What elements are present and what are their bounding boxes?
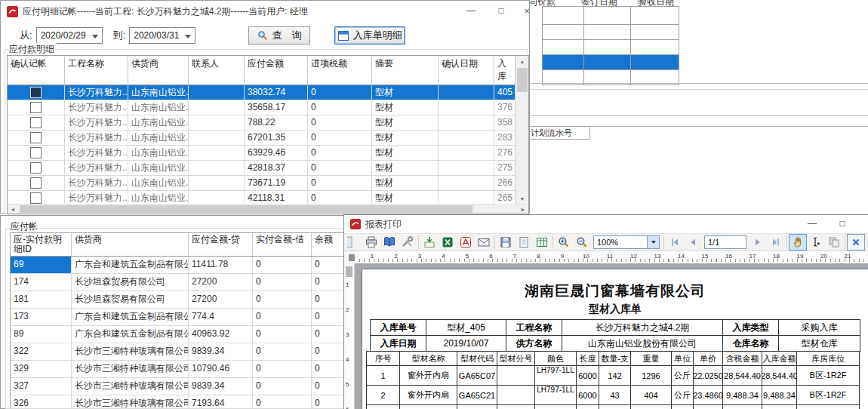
confirm-checkbox[interactable] bbox=[30, 87, 42, 98]
mail-icon[interactable] bbox=[475, 234, 493, 251]
confirm-checkbox[interactable] bbox=[30, 192, 42, 204]
ruler-number: 12 bbox=[626, 253, 642, 260]
table-cell bbox=[189, 85, 245, 100]
horizontal-scrollbar[interactable]: ◄ ► bbox=[8, 204, 528, 214]
printer-icon[interactable] bbox=[362, 234, 380, 251]
table-cell: 40963.92 bbox=[189, 326, 253, 343]
confirm-checkbox[interactable] bbox=[30, 147, 42, 158]
column-header[interactable]: 入库 bbox=[494, 56, 516, 85]
hand-tool-icon[interactable] bbox=[789, 234, 807, 251]
column-header[interactable]: 应付金额 bbox=[245, 56, 308, 85]
win1-titlebar[interactable]: 应付明细记帐------当前工程: 长沙万科魅力之城4.2期------当前用户… bbox=[1, 1, 529, 22]
chevron-down-icon[interactable] bbox=[647, 236, 659, 248]
table-cell: 774.4 bbox=[189, 309, 253, 325]
confirm-checkbox[interactable] bbox=[30, 132, 42, 143]
book-icon[interactable] bbox=[380, 234, 399, 251]
toolbar-separator bbox=[845, 235, 845, 249]
save-icon[interactable] bbox=[497, 234, 515, 251]
scroll-up-icon[interactable]: ▲ bbox=[516, 56, 528, 67]
export-icon[interactable] bbox=[420, 234, 439, 251]
zoom-in-icon[interactable] bbox=[555, 234, 573, 251]
detail-cell: GA65C07 bbox=[457, 366, 497, 385]
column-header[interactable]: 联系人 bbox=[189, 56, 245, 85]
table-cell bbox=[439, 176, 494, 190]
minimize-icon[interactable]: — bbox=[801, 215, 823, 232]
scrollbar-thumb[interactable] bbox=[20, 205, 472, 213]
column-header[interactable]: 应-实付款明细ID bbox=[11, 233, 72, 256]
column-header[interactable]: 供货商 bbox=[72, 233, 189, 256]
column-header[interactable]: 摘要 bbox=[372, 56, 439, 85]
close-icon[interactable]: × bbox=[860, 215, 868, 232]
table-row[interactable]: 长沙万科魅力...山东南山铝业...38032.740型材405 bbox=[8, 85, 528, 100]
table-cell: 283 bbox=[494, 131, 516, 145]
column-header[interactable]: 工程名称 bbox=[65, 56, 128, 85]
column-header[interactable]: 进项税额 bbox=[308, 56, 372, 85]
table-cell: 山东南山铝业... bbox=[128, 85, 189, 100]
detail-header-cell: 重量 bbox=[631, 352, 672, 365]
close-icon[interactable]: × bbox=[516, 1, 538, 20]
table-cell: 长沙市三湘特种玻璃有限公司 bbox=[72, 378, 189, 395]
table-row[interactable]: 长沙万科魅力...山东南山铝业...67201.350型材283 bbox=[8, 131, 528, 146]
ruler-number: 3 bbox=[346, 331, 349, 338]
table-cell bbox=[8, 131, 65, 145]
detail-row bbox=[367, 405, 859, 409]
table-cell: 山东南山铝业... bbox=[128, 131, 189, 145]
scroll-right-icon[interactable]: ► bbox=[518, 204, 528, 214]
horizontal-ruler: 123456789101112131415161718192021 bbox=[344, 252, 868, 264]
table-row[interactable]: 长沙万科魅力...山东南山铝业...73671.190型材266 bbox=[8, 176, 528, 191]
document-icon[interactable] bbox=[515, 234, 533, 251]
detail-cell: 2 bbox=[367, 386, 400, 404]
confirm-checkbox[interactable] bbox=[30, 177, 42, 189]
excel-icon[interactable] bbox=[439, 234, 457, 251]
tools-icon[interactable] bbox=[399, 234, 417, 251]
table-cell: 长沙万科魅力... bbox=[65, 100, 128, 115]
zoom-out-icon[interactable] bbox=[573, 234, 591, 251]
pdf-icon[interactable] bbox=[457, 234, 475, 251]
report-titlebar[interactable]: 报表打印 — □ × bbox=[344, 215, 868, 233]
from-date-picker[interactable]: 2020/02/29 bbox=[36, 27, 103, 44]
confirm-checkbox[interactable] bbox=[30, 162, 42, 174]
prev-page-icon[interactable] bbox=[684, 234, 702, 251]
table-cell: 0 bbox=[253, 326, 312, 343]
table-row[interactable]: 长沙万科魅力...山东南山铝业...63929.460型材276 bbox=[8, 146, 528, 161]
confirm-checkbox[interactable] bbox=[30, 117, 42, 128]
vertical-scrollbar[interactable]: ▲ ▼ bbox=[516, 56, 528, 204]
confirm-checkbox[interactable] bbox=[30, 102, 42, 113]
detail-cell bbox=[457, 405, 497, 409]
last-page-icon[interactable] bbox=[767, 234, 785, 251]
scrollbar-thumb[interactable] bbox=[517, 68, 528, 92]
zoom-level-combo[interactable]: 100% bbox=[593, 235, 660, 249]
table-icon[interactable] bbox=[533, 234, 551, 251]
maximize-icon[interactable]: □ bbox=[831, 215, 854, 232]
scroll-down-icon[interactable]: ▼ bbox=[516, 193, 528, 204]
close-preview-icon[interactable] bbox=[847, 234, 865, 251]
query-button-label: 查 询 bbox=[272, 29, 302, 42]
maximize-icon[interactable]: □ bbox=[490, 1, 512, 20]
column-header[interactable]: 供货商 bbox=[128, 56, 189, 85]
bg-table-row bbox=[543, 55, 679, 70]
column-header[interactable]: 应付金额-贷 bbox=[189, 233, 253, 256]
stockin-detail-button[interactable]: 入库单明细 bbox=[334, 26, 405, 45]
ruler-number: 17 bbox=[745, 253, 760, 260]
table-cell: 山东南山铝业... bbox=[128, 100, 189, 115]
page-number-field[interactable]: 1/1 bbox=[704, 235, 746, 249]
table-row[interactable]: 长沙万科魅力...山东南山铝业...42818.370型材275 bbox=[8, 161, 528, 176]
column-header[interactable]: 实付金额-借 bbox=[253, 233, 312, 256]
detail-cell: 1296 bbox=[631, 366, 672, 385]
detail-cell bbox=[577, 405, 599, 409]
text-select-icon[interactable] bbox=[807, 234, 825, 251]
query-button[interactable]: 查 询 bbox=[248, 26, 310, 45]
column-header[interactable]: 确认记帐 bbox=[8, 56, 65, 85]
next-page-icon[interactable] bbox=[749, 234, 767, 251]
column-header[interactable]: 确认日期 bbox=[439, 56, 494, 85]
table-row[interactable]: 长沙万科魅力...山东南山铝业...788.220型材358 bbox=[8, 115, 528, 131]
table-cell bbox=[8, 115, 65, 130]
minimize-icon[interactable]: — bbox=[460, 1, 482, 20]
copy-icon[interactable] bbox=[825, 234, 843, 251]
table-row[interactable]: 长沙万科魅力...山东南山铝业...35658.170型材376 bbox=[8, 100, 528, 115]
first-page-icon[interactable] bbox=[666, 234, 684, 251]
detail-cell: LH797-1LL bbox=[535, 366, 577, 385]
to-date-picker[interactable]: 2020/03/31 bbox=[129, 27, 195, 44]
scroll-left-icon[interactable]: ◄ bbox=[8, 204, 18, 214]
panel-icon[interactable] bbox=[344, 234, 362, 251]
